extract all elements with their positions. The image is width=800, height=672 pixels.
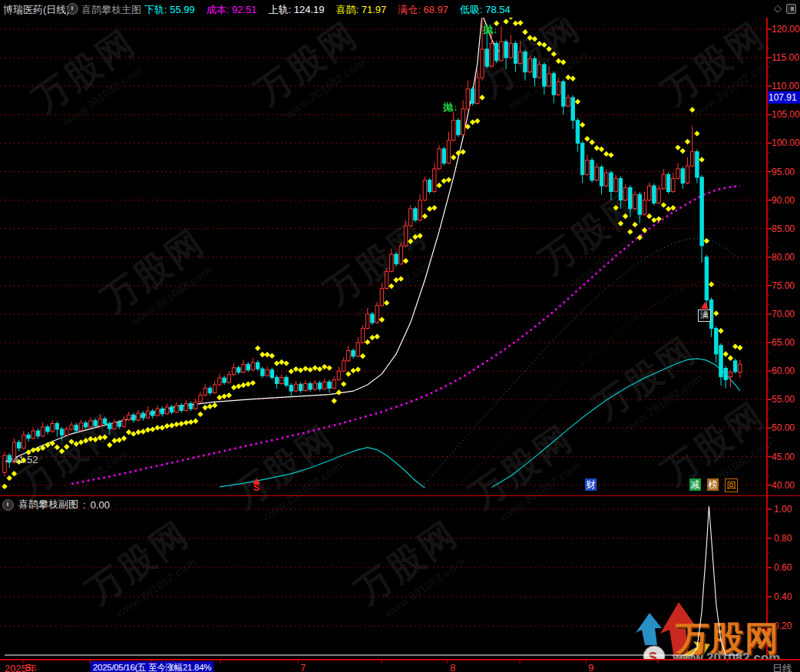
price-axis-label: 90.00 — [772, 195, 795, 206]
man-signal-marker: 满 — [698, 302, 711, 322]
stock-title: 博瑞医药(日线) — [3, 3, 70, 17]
indicator-field-5: 低吸: 78.54 — [460, 3, 511, 17]
event-tag-回[interactable]: 回 — [725, 478, 738, 492]
price-tag: 107.91 — [768, 91, 800, 104]
price-axis-label: 40.00 — [772, 480, 795, 491]
price-axis-label: 70.00 — [772, 309, 795, 319]
sub-indicator-sep: : — [83, 499, 86, 511]
price-axis-label: 45.00 — [772, 452, 795, 462]
clock-icon[interactable] — [67, 3, 78, 15]
price-axis-label: 110.00 — [772, 81, 799, 91]
low-price-label: ←41.52 — [3, 454, 38, 465]
man-arrow-icon — [701, 302, 709, 309]
price-axis-label: 120.00 — [772, 24, 800, 35]
sub-chart-line — [0, 495, 800, 659]
price-axis-label: 80.00 — [772, 252, 795, 263]
price-axis-label: 75.00 — [772, 280, 795, 291]
sell-signal-label: 抛↓ — [483, 23, 498, 37]
event-tag-减[interactable]: 减 — [689, 478, 701, 491]
main-chart-canvas[interactable] — [0, 13, 800, 495]
price-axis-label: 65.00 — [772, 337, 795, 348]
price-axis-label: 50.00 — [772, 422, 795, 433]
main-indicator-name[interactable]: 喜鹊攀枝主图 — [81, 3, 141, 17]
sub-chart-title-row: 喜鹊攀枝副图 : 0.00 — [2, 498, 110, 511]
indicator-field-4: 满仓: 68.97 — [398, 3, 448, 17]
price-axis-label: 115.00 — [772, 52, 799, 63]
indicator-field-2: 上轨: 124.19 — [269, 3, 325, 17]
indicator-field-3: 喜鹊: 71.97 — [336, 3, 387, 17]
s-signal-marker: S — [253, 478, 260, 492]
status-ticks — [0, 660, 800, 672]
window-icon[interactable] — [786, 4, 796, 14]
price-axis-label: 85.00 — [772, 223, 795, 234]
diamond-icon[interactable]: ◇ — [774, 2, 782, 14]
clock-icon-sub[interactable] — [2, 499, 14, 511]
indicator-field-0: 下轨: 55.99 — [144, 3, 195, 17]
price-axis-label: 105.00 — [772, 109, 800, 120]
price-axis-label: 95.00 — [772, 167, 795, 177]
indicator-field-1: 成本: 92.51 — [207, 3, 257, 17]
title-bar: 博瑞医药(日线) 喜鹊攀枝主图 下轨: 55.99成本: 92.51上轨: 12… — [0, 0, 800, 18]
event-tag-榜[interactable]: 榜 — [707, 478, 719, 491]
status-bar: 2025年 5789 2025/05/16(五 至今涨幅21.84% 日线 — [0, 659, 800, 672]
price-axis-label: 100.00 — [772, 137, 800, 148]
indicator-values: 下轨: 55.99成本: 92.51上轨: 124.19喜鹊: 71.97满仓:… — [144, 3, 511, 17]
price-axis-label: 55.00 — [772, 394, 795, 405]
price-axis-label: 60.00 — [772, 366, 795, 376]
sub-indicator-name[interactable]: 喜鹊攀枝副图 — [18, 498, 78, 511]
sub-indicator-value: 0.00 — [91, 499, 110, 511]
sell-signal-label: 抛↓ — [443, 101, 458, 114]
stock-chart-window: 万股网www.201082.com万股网www.201082.com万股网www… — [0, 0, 800, 672]
event-tag-财[interactable]: 财 — [585, 478, 597, 491]
